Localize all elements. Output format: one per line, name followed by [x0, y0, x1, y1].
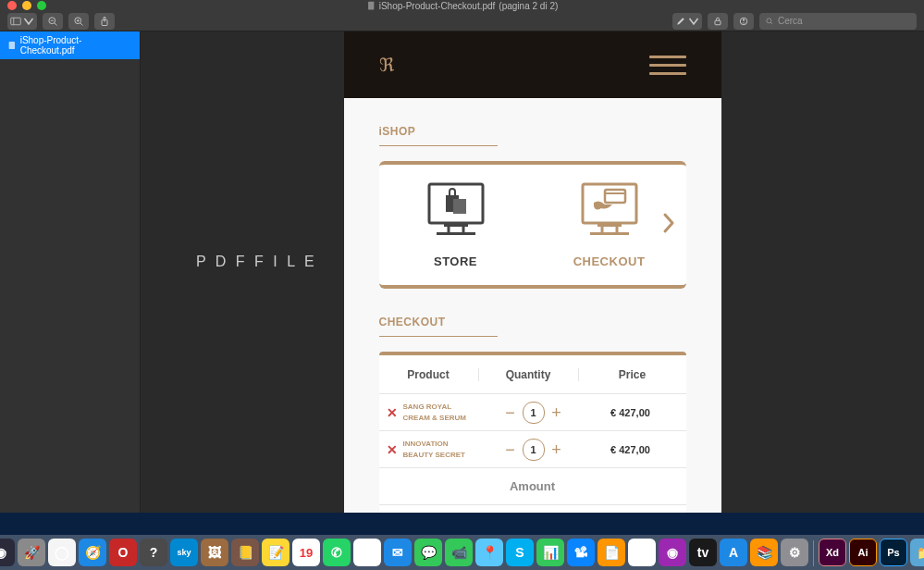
dock-app-contacts[interactable]: 📒 [231, 539, 259, 566]
dock-app-siri[interactable]: ◉ [0, 539, 15, 566]
product-name: INNOVATIONBEAUTY SECRET [400, 439, 487, 459]
dock-app-photoshop[interactable]: Ps [880, 539, 907, 566]
dock-separator [813, 540, 814, 566]
svg-rect-1 [11, 18, 21, 25]
table-header: Product Quantity Price [379, 355, 686, 394]
svg-point-13 [743, 19, 745, 20]
sidebar-tab-active[interactable]: iShop-Product-Checkout.pdf [0, 31, 140, 59]
dock-app-facetime[interactable]: 📹 [445, 539, 473, 566]
zoom-in-icon [73, 16, 84, 27]
header-quantity: Quantity [479, 368, 579, 381]
dock-app-sky[interactable]: sky [170, 539, 198, 566]
dock-app-preview[interactable]: 🖼 [201, 539, 228, 566]
share-button[interactable] [94, 13, 115, 30]
dock-app-mail[interactable]: ✉ [384, 539, 412, 566]
hamburger-menu-button[interactable] [649, 56, 686, 75]
svg-point-14 [767, 18, 771, 22]
dock-app-whatsapp[interactable]: ✆ [323, 539, 351, 566]
quantity-decrement-button[interactable]: − [504, 404, 517, 421]
sidebar-icon [10, 16, 21, 27]
dock-app-folder[interactable]: 📁 [910, 539, 924, 566]
dock: 😀◉🚀◯🧭O?sky🖼📒📝19✆✿✉💬📹📍S📊📽📄♫◉tvA📚⚙XdAiPs📁 [0, 535, 924, 570]
zoom-in-button[interactable] [68, 13, 89, 30]
chevron-down-icon [23, 16, 34, 27]
minimize-window-button[interactable] [22, 1, 31, 10]
pdf-page: ℜ iSHOP [344, 31, 721, 513]
svg-rect-11 [715, 20, 721, 25]
dock-app-xd[interactable]: Xd [819, 539, 846, 566]
svg-rect-25 [598, 223, 622, 227]
nav-card-store[interactable]: STORE [379, 182, 533, 268]
dock-app-safari[interactable]: 🧭 [79, 539, 106, 566]
quantity-decrement-button[interactable]: − [504, 441, 517, 458]
dock-app-maps[interactable]: 📍 [475, 539, 503, 566]
pencil-icon [675, 16, 686, 27]
background-label: P D F F I L E [196, 254, 317, 270]
nav-cards: STORE CHECKOUT [379, 161, 686, 289]
dock-app-numbers[interactable]: 📊 [536, 539, 564, 566]
section-label-ishop: iSHOP [379, 125, 498, 146]
zoom-out-icon [47, 16, 58, 27]
table-row: ✕ SANG ROYALCREAM & SERUM − 1 + € 427,00 [379, 394, 686, 431]
svg-rect-23 [453, 199, 466, 214]
markup-icon [738, 16, 749, 27]
dock-app-photos[interactable]: ✿ [353, 539, 381, 566]
dock-app-calendar[interactable]: 19 [292, 539, 320, 566]
quantity-value: 1 [523, 439, 545, 461]
remove-item-button[interactable]: ✕ [385, 405, 400, 420]
dock-app-help[interactable]: ? [140, 539, 167, 566]
toolbar: Cerca [0, 11, 924, 31]
svg-rect-18 [444, 223, 468, 227]
svg-rect-16 [9, 42, 15, 49]
dock-app-settings[interactable]: ⚙ [781, 539, 808, 566]
markup-button[interactable] [672, 13, 702, 30]
dock-app-opera[interactable]: O [109, 539, 137, 566]
total-row: € 427,00 [379, 505, 686, 513]
dock-app-books[interactable]: 📚 [750, 539, 778, 566]
share-icon [99, 16, 110, 27]
dock-area: 😀◉🚀◯🧭O?sky🖼📒📝19✆✿✉💬📹📍S📊📽📄♫◉tvA📚⚙XdAiPs📁 [0, 514, 924, 570]
search-input[interactable]: Cerca [759, 13, 917, 30]
quantity-increment-button[interactable]: + [550, 404, 563, 421]
remove-item-button[interactable]: ✕ [385, 442, 400, 457]
table-row: ✕ INNOVATIONBEAUTY SECRET − 1 + € 427,00 [379, 431, 686, 468]
document-icon [7, 41, 17, 50]
dock-app-chrome[interactable]: ◯ [48, 539, 76, 566]
nav-next-button[interactable] [662, 212, 675, 238]
pdf-icon [366, 1, 376, 10]
dock-app-itunes[interactable]: ♫ [628, 539, 656, 566]
price-value: € 427,00 [581, 444, 681, 455]
quantity-increment-button[interactable]: + [550, 441, 563, 458]
svg-rect-19 [437, 232, 475, 235]
dock-app-appletv[interactable]: tv [689, 539, 717, 566]
svg-rect-26 [590, 232, 629, 235]
dock-app-launchpad[interactable]: 🚀 [18, 539, 45, 566]
content-viewport[interactable]: P D F F I L E ℜ iSHOP [141, 31, 924, 513]
chevron-right-icon [662, 212, 675, 234]
price-value: € 427,00 [581, 407, 681, 418]
svg-line-15 [770, 22, 772, 24]
product-name: SANG ROYALCREAM & SERUM [400, 402, 487, 422]
zoom-out-button[interactable] [43, 13, 63, 30]
fullscreen-window-button[interactable] [37, 1, 46, 10]
dock-app-appstore[interactable]: A [720, 539, 747, 566]
rotate-button[interactable] [708, 13, 728, 30]
dock-app-illustrator[interactable]: Ai [849, 539, 877, 566]
svg-rect-0 [368, 2, 374, 10]
section-label-checkout: CHECKOUT [379, 316, 498, 337]
dock-app-podcasts[interactable]: ◉ [659, 539, 686, 566]
highlight-button[interactable] [733, 13, 754, 30]
dock-app-keynote[interactable]: 📽 [567, 539, 595, 566]
logo: ℜ [379, 54, 395, 76]
dock-app-pages[interactable]: 📄 [598, 539, 625, 566]
dock-app-notes[interactable]: 📝 [262, 539, 290, 566]
svg-line-7 [80, 22, 83, 25]
amount-label-row: Amount [379, 468, 686, 505]
dock-app-skype[interactable]: S [506, 539, 534, 566]
sidebar: iShop-Product-Checkout.pdf [0, 31, 141, 513]
dock-app-messages[interactable]: 💬 [414, 539, 442, 566]
mockup-header: ℜ [344, 31, 721, 98]
svg-rect-29 [605, 190, 625, 203]
close-window-button[interactable] [7, 1, 17, 10]
sidebar-toggle-button[interactable] [7, 13, 37, 30]
